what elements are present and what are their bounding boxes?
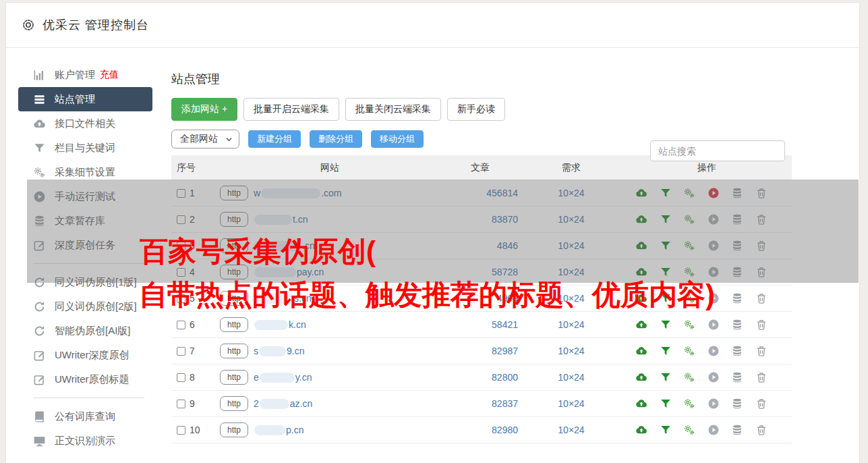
row-checkbox[interactable] (177, 294, 185, 303)
cloud-upload-action-icon[interactable] (635, 398, 647, 410)
settings-action-icon[interactable] (683, 266, 695, 278)
storage-action-icon[interactable] (731, 266, 743, 278)
sidebar-item-account[interactable]: 账户管理 充值 (18, 63, 152, 87)
settings-action-icon[interactable] (683, 319, 695, 331)
filter-action-icon[interactable] (660, 187, 672, 199)
storage-action-icon[interactable] (731, 319, 743, 331)
run-action-icon[interactable] (707, 292, 720, 304)
site-domain-prefix[interactable]: s (254, 346, 258, 356)
delete-group-button[interactable]: 删除分组 (310, 130, 362, 148)
filter-action-icon[interactable] (660, 398, 672, 410)
run-action-icon[interactable] (707, 398, 720, 410)
storage-action-icon[interactable] (731, 292, 743, 304)
cloud-upload-action-icon[interactable] (635, 213, 647, 225)
delete-action-icon[interactable] (755, 371, 768, 383)
site-search-input[interactable] (650, 140, 785, 161)
row-checkbox[interactable] (177, 189, 185, 198)
settings-action-icon[interactable] (683, 213, 695, 225)
site-domain-suffix[interactable]: 9.cn (287, 346, 304, 356)
row-checkbox[interactable] (177, 215, 185, 224)
storage-action-icon[interactable] (731, 424, 743, 436)
sidebar-item-manual-test[interactable]: 手动运行测试 (18, 184, 152, 209)
batch-open-cloud-collect-button[interactable]: 批量开启云端采集 (243, 98, 339, 121)
filter-action-icon[interactable] (660, 424, 672, 436)
filter-action-icon[interactable] (660, 345, 672, 357)
group-select[interactable]: 全部网站 (171, 130, 239, 148)
row-checkbox[interactable] (177, 373, 185, 382)
settings-action-icon[interactable] (683, 371, 695, 383)
cloud-upload-action-icon[interactable] (635, 292, 647, 304)
run-action-icon[interactable] (707, 213, 720, 225)
storage-action-icon[interactable] (731, 345, 743, 357)
cloud-upload-action-icon[interactable] (635, 424, 647, 436)
storage-action-icon[interactable] (731, 398, 743, 410)
batch-close-cloud-collect-button[interactable]: 批量关闭云端采集 (345, 98, 441, 121)
settings-action-icon[interactable] (683, 345, 695, 357)
sidebar-item-collect-detail[interactable]: 采集细节设置 (18, 160, 152, 184)
sidebar-item-synonym-2[interactable]: 同义词伪原创[2版] (18, 294, 152, 319)
settings-action-icon[interactable] (683, 292, 695, 304)
row-checkbox[interactable] (177, 426, 185, 435)
filter-action-icon[interactable] (660, 371, 672, 383)
cloud-upload-action-icon[interactable] (635, 345, 647, 357)
delete-action-icon[interactable] (755, 187, 768, 199)
sidebar-item-public-lexicon[interactable]: 公有词库查询 (18, 404, 152, 429)
storage-action-icon[interactable] (731, 371, 743, 383)
run-action-icon[interactable] (707, 319, 720, 331)
delete-action-icon[interactable] (755, 240, 768, 252)
filter-action-icon[interactable] (660, 292, 672, 304)
row-checkbox[interactable] (177, 347, 185, 356)
cloud-upload-action-icon[interactable] (635, 240, 647, 252)
move-group-button[interactable]: 移动分组 (371, 130, 424, 148)
newbie-guide-button[interactable]: 新手必读 (447, 98, 505, 121)
row-checkbox[interactable] (177, 268, 185, 277)
sidebar-item-interface-files[interactable]: 接口文件相关 (18, 111, 152, 136)
sidebar-item-uwriter-title[interactable]: UWriter原创标题 (18, 367, 152, 391)
delete-action-icon[interactable] (755, 345, 768, 357)
site-domain-suffix[interactable]: k.cn (289, 319, 306, 330)
storage-action-icon[interactable] (731, 213, 743, 225)
new-group-button[interactable]: 新建分组 (248, 130, 301, 148)
sidebar-item-uwriter-deep[interactable]: UWriter深度原创 (18, 343, 152, 367)
filter-action-icon[interactable] (660, 213, 672, 225)
storage-action-icon[interactable] (731, 187, 743, 199)
site-domain-prefix[interactable]: w (254, 188, 260, 198)
cloud-upload-action-icon[interactable] (635, 187, 647, 199)
site-domain-prefix[interactable]: e (254, 372, 259, 383)
delete-action-icon[interactable] (755, 319, 768, 331)
sidebar-item-sites[interactable]: 站点管理 (18, 87, 152, 111)
site-domain-suffix[interactable]: p.cn (286, 425, 303, 435)
sidebar-item-synonym-1[interactable]: 同义词伪原创[1版] (18, 270, 152, 294)
site-domain-suffix[interactable]: az.cn (290, 398, 312, 409)
site-domain-suffix[interactable]: s.cn (294, 293, 312, 304)
filter-action-icon[interactable] (660, 319, 672, 331)
sidebar-item-ai-rewrite[interactable]: 智能伪原创[AI版] (18, 319, 152, 343)
add-site-button[interactable]: 添加网站 + (171, 98, 237, 121)
site-domain-suffix[interactable]: .com (321, 188, 341, 198)
run-action-icon[interactable] (707, 371, 720, 383)
site-domain-suffix[interactable]: .cn (302, 240, 315, 251)
run-action-icon[interactable] (707, 424, 720, 436)
delete-action-icon[interactable] (755, 292, 768, 304)
recharge-badge[interactable]: 充值 (100, 69, 119, 81)
cloud-upload-action-icon[interactable] (635, 266, 647, 278)
site-domain-prefix[interactable]: 2 (254, 398, 259, 409)
filter-action-icon[interactable] (660, 266, 672, 278)
delete-action-icon[interactable] (755, 266, 768, 278)
delete-action-icon[interactable] (755, 398, 768, 410)
sidebar-item-article-store[interactable]: 文章暂存库 (18, 209, 152, 233)
cloud-upload-action-icon[interactable] (635, 371, 647, 383)
delete-action-icon[interactable] (755, 213, 768, 225)
settings-action-icon[interactable] (683, 398, 695, 410)
delete-action-icon[interactable] (755, 424, 768, 436)
row-checkbox[interactable] (177, 400, 185, 408)
run-action-icon[interactable] (707, 345, 720, 357)
settings-action-icon[interactable] (683, 187, 695, 199)
row-checkbox[interactable] (177, 321, 185, 329)
settings-action-icon[interactable] (683, 424, 695, 436)
storage-action-icon[interactable] (731, 240, 743, 252)
cloud-upload-action-icon[interactable] (635, 319, 647, 331)
sidebar-item-columns-keywords[interactable]: 栏目与关键词 (18, 136, 152, 160)
site-domain-suffix[interactable]: y.cn (295, 372, 312, 383)
row-checkbox[interactable] (177, 242, 185, 250)
